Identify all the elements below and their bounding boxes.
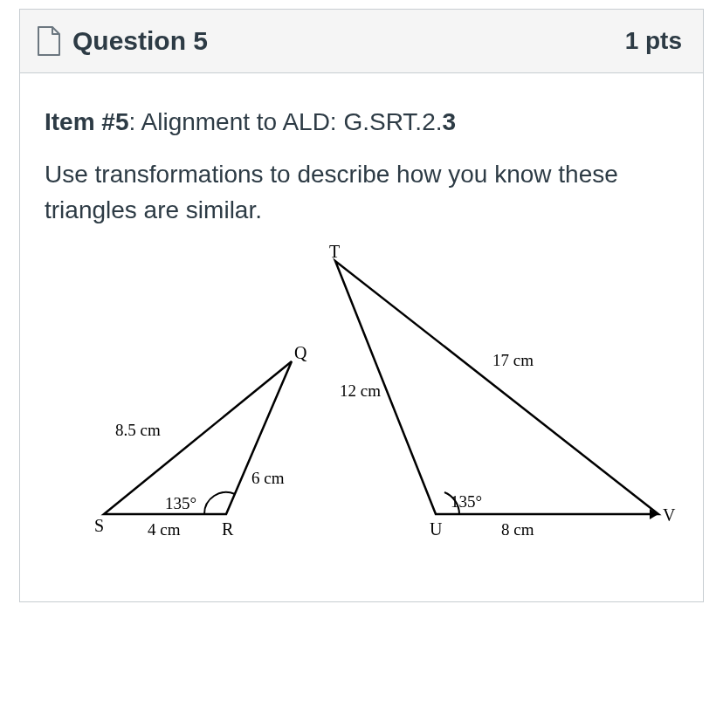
vertex-s: S [94, 516, 104, 535]
side-tu-len: 12 cm [340, 381, 381, 400]
side-uv-len: 8 cm [501, 520, 534, 539]
item-alignment-text: : Alignment to ALD: G.SRT.2. [129, 108, 443, 135]
item-alignment-line: Item #5: Alignment to ALD: G.SRT.2.3 [45, 108, 678, 136]
geometry-figure: S R Q 8.5 cm 4 cm 6 cm 135° T [45, 244, 678, 567]
triangle-tuv: T U V 12 cm 8 cm 17 cm 135° [329, 244, 676, 539]
side-rq-len: 6 cm [251, 469, 285, 487]
side-sq-len: 8.5 cm [115, 421, 161, 439]
item-number: Item #5 [45, 108, 129, 135]
question-card: Question 5 1 pts Item #5: Alignment to A… [19, 9, 704, 602]
angle-r: 135° [165, 494, 196, 512]
vertex-t: T [329, 244, 340, 261]
svg-marker-1 [335, 261, 658, 514]
vertex-v: V [663, 505, 676, 525]
question-header: Question 5 1 pts [20, 10, 703, 73]
header-left: Question 5 [36, 25, 208, 57]
vertex-r: R [222, 519, 234, 539]
angle-u: 135° [451, 492, 482, 511]
question-prompt: Use transformations to describe how you … [45, 157, 678, 228]
vertex-q: Q [294, 343, 307, 362]
vertex-u: U [430, 519, 443, 539]
question-title: Question 5 [72, 26, 208, 56]
question-body: Item #5: Alignment to ALD: G.SRT.2.3 Use… [20, 73, 703, 601]
item-standard-tail: 3 [443, 108, 457, 135]
document-icon [36, 25, 62, 57]
side-tv-len: 17 cm [492, 351, 534, 369]
triangles-svg: S R Q 8.5 cm 4 cm 6 cm 135° T [47, 244, 676, 567]
side-sr-len: 4 cm [148, 520, 181, 539]
question-points: 1 pts [625, 27, 682, 55]
triangle-srq: S R Q 8.5 cm 4 cm 6 cm 135° [94, 343, 307, 539]
